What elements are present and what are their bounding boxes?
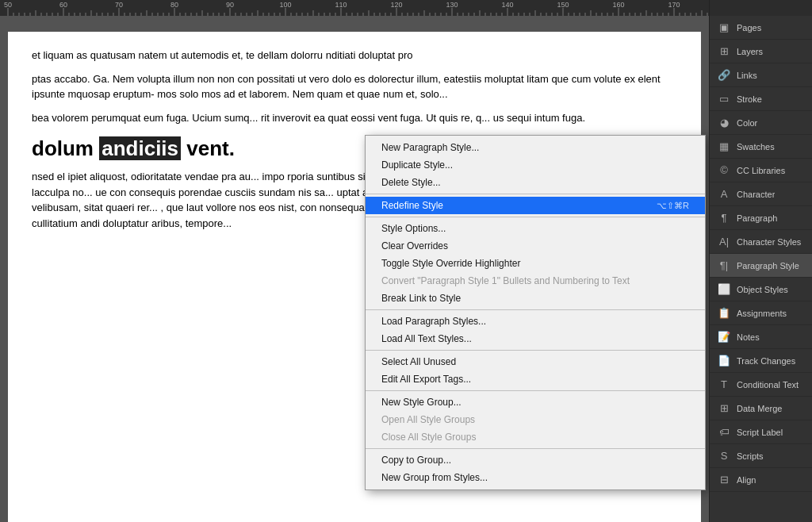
panel-label-conditional-text: Conditional Text [737, 380, 799, 390]
menu-item-load-paragraph-styles[interactable]: Load Paragraph Styles... [366, 313, 705, 330]
menu-item-redefine-style[interactable]: Redefine Style⌥⇧⌘R [366, 197, 705, 214]
panel-item-cc-libraries[interactable]: ©CC Libraries [710, 159, 812, 182]
menu-item-label-open-all-style-groups: Open All Style Groups [381, 414, 475, 425]
panel-item-track-changes[interactable]: 📄Track Changes [710, 349, 812, 373]
panel-item-conditional-text[interactable]: TConditional Text [710, 373, 812, 397]
menu-item-delete-style[interactable]: Delete Style... [366, 174, 705, 191]
panel-item-stroke[interactable]: ▭Stroke [710, 87, 812, 111]
paragraph-3: bea volorem perumquat eum fuga. Ucium su… [32, 110, 677, 126]
menu-item-label-copy-to-group: Copy to Group... [381, 455, 451, 466]
menu-item-close-all-style-groups[interactable]: Close All Style Groups [366, 428, 705, 446]
panel-label-paragraph: Paragraph [737, 213, 777, 223]
menu-item-label-toggle-style-override: Toggle Style Override Highlighter [381, 258, 520, 269]
panel-item-object-styles[interactable]: ⬜Object Styles [710, 278, 812, 301]
cc-icon: © [716, 164, 732, 177]
menu-item-toggle-style-override[interactable]: Toggle Style Override Highlighter [366, 255, 705, 272]
paragraph-icon: ¶ [716, 212, 732, 225]
swatches-icon: ▦ [716, 140, 732, 153]
data-icon: ⊞ [716, 402, 732, 415]
menu-separator [366, 194, 705, 194]
panel-item-notes[interactable]: 📝Notes [710, 325, 812, 349]
panel-item-align[interactable]: ⊟Align [710, 468, 812, 492]
menu-item-new-paragraph-style[interactable]: New Paragraph Style... [366, 139, 705, 156]
ruler [0, 0, 812, 16]
scripts-icon: S [716, 450, 732, 463]
canvas-area: et liquam as quatusam natem ut autemodis… [0, 16, 709, 522]
menu-item-select-all-unused[interactable]: Select All Unused [366, 353, 705, 370]
panel-label-assignments: Assignments [737, 309, 787, 318]
heading-suffix: vent. [181, 136, 235, 160]
panel-label-align: Align [737, 475, 756, 485]
assignments-icon: 📋 [716, 307, 732, 320]
menu-item-open-all-style-groups[interactable]: Open All Style Groups [366, 411, 705, 428]
notes-icon: 📝 [716, 331, 732, 344]
panel-item-scripts[interactable]: SScripts [710, 444, 812, 468]
right-panel: ▣Pages⊞Layers🔗Links▭Stroke◕Color▦Swatche… [709, 16, 812, 522]
menu-item-label-new-style-group: New Style Group... [381, 397, 462, 408]
panel-item-paragraph[interactable]: ¶Paragraph [710, 206, 812, 230]
panel-item-pages[interactable]: ▣Pages [710, 16, 812, 40]
panel-item-character[interactable]: ACharacter [710, 182, 812, 206]
panel-item-swatches[interactable]: ▦Swatches [710, 135, 812, 159]
menu-item-clear-overrides[interactable]: Clear Overrides [366, 237, 705, 255]
panel-label-character-styles: Character Styles [737, 237, 801, 247]
links-icon: 🔗 [716, 69, 732, 82]
panel-label-track-changes: Track Changes [737, 356, 795, 366]
menu-item-style-options[interactable]: Style Options... [366, 220, 705, 237]
menu-item-label-new-paragraph-style: New Paragraph Style... [381, 142, 479, 153]
menu-item-label-close-all-style-groups: Close All Style Groups [381, 432, 476, 443]
menu-item-label-load-paragraph-styles: Load Paragraph Styles... [381, 316, 486, 327]
panel-item-layers[interactable]: ⊞Layers [710, 40, 812, 63]
menu-separator [366, 390, 705, 391]
stroke-icon: ▭ [716, 93, 732, 106]
menu-item-duplicate-style[interactable]: Duplicate Style... [366, 156, 705, 174]
panel-label-paragraph-styles: Paragraph Style [737, 261, 799, 271]
menu-item-label-redefine-style: Redefine Style [381, 200, 443, 211]
panel-item-assignments[interactable]: 📋Assignments [710, 301, 812, 325]
menu-item-label-convert-style: Convert "Paragraph Style 1" Bullets and … [381, 275, 630, 286]
panel-item-script-label[interactable]: 🏷Script Label [710, 420, 812, 444]
menu-item-label-clear-overrides: Clear Overrides [381, 240, 448, 251]
menu-item-break-link[interactable]: Break Link to Style [366, 290, 705, 307]
color-icon: ◕ [716, 117, 732, 129]
menu-item-new-style-group[interactable]: New Style Group... [366, 393, 705, 411]
panel-label-pages: Pages [737, 23, 761, 33]
menu-item-label-select-all-unused: Select All Unused [381, 356, 456, 367]
para-styles-icon: ¶| [716, 259, 732, 272]
menu-item-edit-all-export-tags[interactable]: Edit All Export Tags... [366, 370, 705, 388]
menu-item-convert-style[interactable]: Convert "Paragraph Style 1" Bullets and … [366, 272, 705, 290]
panel-item-paragraph-styles[interactable]: ¶|Paragraph Style [710, 254, 812, 278]
panel-label-links: Links [737, 71, 757, 80]
track-icon: 📄 [716, 355, 732, 367]
panel-item-data-merge[interactable]: ⊞Data Merge [710, 397, 812, 420]
menu-item-copy-to-group[interactable]: Copy to Group... [366, 451, 705, 469]
ruler-canvas [0, 0, 709, 16]
page-icon: ▣ [716, 21, 732, 34]
panel-label-scripts: Scripts [737, 451, 764, 461]
menu-item-label-edit-all-export-tags: Edit All Export Tags... [381, 374, 471, 385]
panel-label-notes: Notes [737, 332, 760, 342]
menu-item-shortcut-redefine-style: ⌥⇧⌘R [657, 201, 689, 211]
main-area: et liquam as quatusam natem ut autemodis… [0, 16, 812, 522]
menu-separator [366, 350, 705, 351]
script-label-icon: 🏷 [716, 426, 732, 439]
menu-item-label-load-all-text-styles: Load All Text Styles... [381, 333, 472, 344]
panel-label-cc-libraries: CC Libraries [737, 166, 785, 175]
align-icon: ⊟ [716, 474, 732, 486]
panel-label-object-styles: Object Styles [737, 285, 788, 294]
menu-item-label-duplicate-style: Duplicate Style... [381, 159, 453, 171]
panel-item-character-styles[interactable]: A|Character Styles [710, 230, 812, 254]
menu-item-label-style-options: Style Options... [381, 223, 446, 234]
panel-item-links[interactable]: 🔗Links [710, 63, 812, 87]
panel-label-script-label: Script Label [737, 428, 783, 437]
panel-label-layers: Layers [737, 47, 763, 56]
panel-label-stroke: Stroke [737, 94, 762, 104]
char-styles-icon: A| [716, 236, 732, 248]
menu-item-label-delete-style: Delete Style... [381, 177, 441, 188]
menu-item-new-group-from-styles[interactable]: New Group from Styles... [366, 469, 705, 486]
panel-item-color[interactable]: ◕Color [710, 111, 812, 135]
menu-separator [366, 217, 705, 217]
panel-label-color: Color [737, 118, 757, 128]
heading-prefix: dolum [32, 136, 99, 160]
menu-item-load-all-text-styles[interactable]: Load All Text Styles... [366, 330, 705, 347]
